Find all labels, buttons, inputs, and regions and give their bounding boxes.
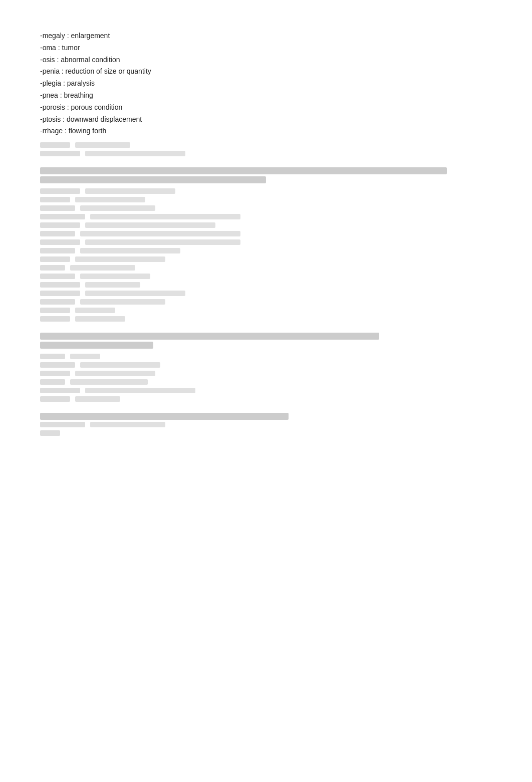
blurred-element	[40, 396, 70, 402]
blurred-element	[40, 282, 80, 288]
blurred-element	[75, 142, 130, 148]
blurred-row	[40, 151, 492, 156]
blurred-section-title	[40, 333, 379, 340]
blurred-element	[40, 256, 70, 262]
blurred-element	[40, 197, 70, 202]
blurred-row	[40, 362, 492, 368]
blurred-row	[40, 197, 492, 202]
blurred-row	[40, 354, 492, 359]
blurred-element	[40, 248, 75, 253]
blurred-row	[40, 274, 492, 279]
blurred-row	[40, 299, 492, 305]
blurred-element	[80, 205, 155, 211]
blurred-row	[40, 231, 492, 236]
blurred-element	[40, 316, 70, 322]
blurred-row	[40, 265, 492, 271]
blurred-section-3	[40, 413, 492, 436]
blurred-element	[40, 265, 65, 271]
blurred-element	[85, 222, 215, 228]
blurred-element	[80, 299, 165, 305]
blurred-row	[40, 205, 492, 211]
line-megaly: -megaly : enlargement	[40, 30, 492, 42]
blurred-element	[40, 379, 65, 385]
blurred-element	[40, 430, 60, 436]
line-oma: -oma : tumor	[40, 42, 492, 54]
blurred-element	[75, 371, 155, 376]
blurred-row	[40, 222, 492, 228]
blurred-row	[40, 316, 492, 322]
blurred-section-title	[40, 413, 289, 420]
blurred-element	[70, 265, 135, 271]
line-plegia: -plegia : paralysis	[40, 78, 492, 90]
blurred-element	[75, 256, 165, 262]
blurred-element	[40, 231, 75, 236]
blurred-element	[70, 379, 148, 385]
blurred-element	[40, 422, 85, 427]
blurred-element	[85, 188, 175, 194]
blurred-element	[40, 299, 75, 305]
blurred-element	[40, 371, 70, 376]
blurred-row	[40, 371, 492, 376]
blurred-element	[40, 222, 80, 228]
blurred-element	[75, 316, 125, 322]
blurred-element	[80, 231, 240, 236]
blurred-row	[40, 396, 492, 402]
blurred-element	[90, 422, 165, 427]
blurred-section-title	[40, 167, 447, 174]
blurred-element	[75, 308, 115, 313]
blurred-row	[40, 142, 492, 148]
blurred-element	[85, 239, 240, 245]
blurred-element	[80, 274, 150, 279]
blurred-element	[40, 151, 80, 156]
blurred-row	[40, 308, 492, 313]
blurred-row	[40, 430, 492, 436]
visible-text-section: -megaly : enlargement -oma : tumor -osis…	[40, 30, 492, 137]
line-pnea: -pnea : breathing	[40, 90, 492, 102]
blurred-row	[40, 388, 492, 393]
blurred-element	[90, 214, 240, 219]
blurred-element	[40, 354, 65, 359]
blurred-section-subtitle	[40, 342, 153, 349]
blurred-element	[85, 388, 195, 393]
blurred-element	[80, 362, 160, 368]
blurred-element	[85, 282, 140, 288]
blurred-row	[40, 422, 492, 427]
blurred-element	[40, 362, 75, 368]
line-osis: -osis : abnormal condition	[40, 54, 492, 66]
blurred-element	[85, 151, 185, 156]
blurred-element	[40, 291, 80, 296]
blurred-section-2	[40, 333, 492, 402]
blurred-element	[75, 396, 120, 402]
blurred-section-1	[40, 167, 492, 322]
line-penia: -penia : reduction of size or quantity	[40, 66, 492, 78]
blurred-row	[40, 239, 492, 245]
line-porosis: -porosis : porous condition	[40, 102, 492, 114]
blurred-element	[40, 188, 80, 194]
blurred-element	[40, 142, 70, 148]
blurred-element	[40, 239, 80, 245]
blurred-element	[40, 205, 75, 211]
blurred-element	[40, 214, 85, 219]
line-rrhage: -rrhage : flowing forth	[40, 125, 492, 137]
blurred-row	[40, 256, 492, 262]
blurred-element	[80, 248, 180, 253]
line-ptosis: -ptosis : downward displacement	[40, 114, 492, 126]
blurred-small-block-1	[40, 142, 492, 156]
blurred-element	[40, 308, 70, 313]
blurred-row	[40, 188, 492, 194]
blurred-row	[40, 379, 492, 385]
blurred-row	[40, 248, 492, 253]
blurred-row	[40, 291, 492, 296]
blurred-section-subtitle	[40, 176, 266, 183]
blurred-element	[40, 388, 80, 393]
blurred-element	[70, 354, 100, 359]
blurred-row	[40, 282, 492, 288]
blurred-element	[40, 274, 75, 279]
blurred-row	[40, 214, 492, 219]
blurred-element	[75, 197, 145, 202]
blurred-element	[85, 291, 185, 296]
